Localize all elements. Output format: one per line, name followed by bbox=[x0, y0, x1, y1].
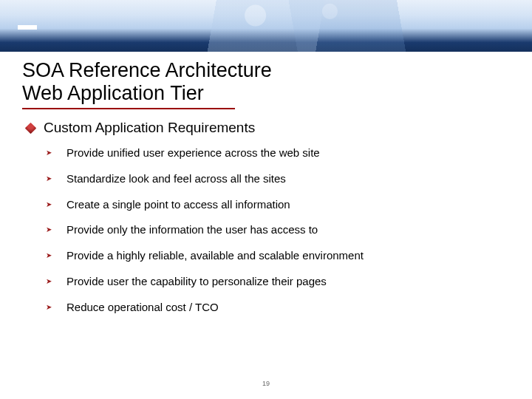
chevron-right-icon: ➤ bbox=[46, 249, 53, 262]
slide-content: SOA Reference Architecture Web Applicati… bbox=[0, 52, 532, 314]
chevron-right-icon: ➤ bbox=[46, 172, 53, 185]
banner-dash-icon bbox=[18, 25, 37, 30]
slide-title: SOA Reference Architecture Web Applicati… bbox=[22, 59, 511, 105]
list-item: ➤ Provide a highly reliable, available a… bbox=[46, 249, 511, 263]
title-line-2: Web Application Tier bbox=[22, 82, 204, 104]
list-item-text: Reduce operational cost / TCO bbox=[66, 301, 219, 315]
chevron-right-icon: ➤ bbox=[46, 146, 53, 160]
chevron-right-icon: ➤ bbox=[46, 198, 53, 211]
title-line-1: SOA Reference Architecture bbox=[22, 59, 272, 81]
list-item: ➤ Create a single point to access all in… bbox=[46, 198, 511, 212]
list-item-text: Provide user the capability to personali… bbox=[66, 275, 327, 289]
bullet-list: ➤ Provide unified user experience across… bbox=[46, 146, 511, 314]
list-item: ➤ Reduce operational cost / TCO bbox=[46, 301, 511, 315]
list-item-text: Provide unified user experience across t… bbox=[66, 146, 320, 160]
list-item-text: Provide only the information the user ha… bbox=[66, 223, 318, 237]
list-item: ➤ Provide user the capability to persona… bbox=[46, 275, 511, 289]
list-item: ➤ Standardize look and feel across all t… bbox=[46, 172, 511, 186]
page-number: 19 bbox=[262, 380, 270, 387]
list-item: ➤ Provide unified user experience across… bbox=[46, 146, 511, 160]
section-heading: Custom Application Requirements bbox=[27, 120, 511, 136]
chevron-right-icon: ➤ bbox=[46, 223, 53, 236]
list-item: ➤ Provide only the information the user … bbox=[46, 223, 511, 237]
title-underline bbox=[22, 108, 235, 109]
section-heading-text: Custom Application Requirements bbox=[44, 120, 255, 136]
list-item-text: Standardize look and feel across all the… bbox=[66, 172, 286, 186]
chevron-right-icon: ➤ bbox=[46, 275, 53, 288]
chevron-right-icon: ➤ bbox=[46, 301, 53, 314]
list-item-text: Create a single point to access all info… bbox=[66, 198, 290, 212]
diamond-bullet-icon bbox=[25, 122, 37, 134]
list-item-text: Provide a highly reliable, available and… bbox=[66, 249, 364, 263]
header-banner bbox=[0, 0, 532, 52]
